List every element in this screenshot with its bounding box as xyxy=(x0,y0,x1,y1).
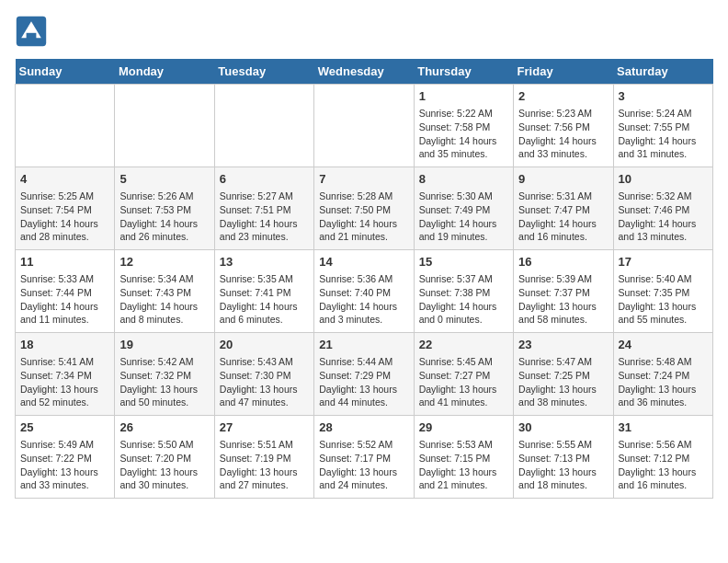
calendar-cell: 4Sunrise: 5:25 AM Sunset: 7:54 PM Daylig… xyxy=(16,167,115,250)
calendar-cell: 8Sunrise: 5:30 AM Sunset: 7:49 PM Daylig… xyxy=(414,167,513,250)
day-info: Sunrise: 5:51 AM Sunset: 7:19 PM Dayligh… xyxy=(220,438,309,492)
day-info: Sunrise: 5:33 AM Sunset: 7:44 PM Dayligh… xyxy=(20,272,109,327)
day-info: Sunrise: 5:41 AM Sunset: 7:34 PM Dayligh… xyxy=(20,355,109,409)
day-info: Sunrise: 5:25 AM Sunset: 7:54 PM Dayligh… xyxy=(20,190,109,244)
day-number: 22 xyxy=(419,337,508,353)
calendar-cell: 21Sunrise: 5:44 AM Sunset: 7:29 PM Dayli… xyxy=(314,333,414,416)
day-number: 21 xyxy=(319,337,408,353)
calendar-cell: 23Sunrise: 5:47 AM Sunset: 7:25 PM Dayli… xyxy=(514,333,613,416)
day-number: 27 xyxy=(220,419,309,436)
day-info: Sunrise: 5:37 AM Sunset: 7:38 PM Dayligh… xyxy=(419,272,508,327)
day-info: Sunrise: 5:50 AM Sunset: 7:20 PM Dayligh… xyxy=(119,438,209,492)
calendar-cell xyxy=(115,85,214,167)
weekday-header: Friday xyxy=(514,59,613,85)
calendar-cell: 2Sunrise: 5:23 AM Sunset: 7:56 PM Daylig… xyxy=(514,85,613,167)
calendar-week-row: 18Sunrise: 5:41 AM Sunset: 7:34 PM Dayli… xyxy=(16,333,713,416)
calendar-cell: 29Sunrise: 5:53 AM Sunset: 7:15 PM Dayli… xyxy=(414,416,513,499)
day-number: 28 xyxy=(319,419,408,436)
calendar-cell: 10Sunrise: 5:32 AM Sunset: 7:46 PM Dayli… xyxy=(613,167,712,250)
day-info: Sunrise: 5:24 AM Sunset: 7:55 PM Dayligh… xyxy=(619,107,708,161)
calendar-cell: 28Sunrise: 5:52 AM Sunset: 7:17 PM Dayli… xyxy=(314,416,414,499)
weekday-header-row: SundayMondayTuesdayWednesdayThursdayFrid… xyxy=(16,59,713,85)
day-info: Sunrise: 5:28 AM Sunset: 7:50 PM Dayligh… xyxy=(319,190,408,244)
calendar-cell: 13Sunrise: 5:35 AM Sunset: 7:41 PM Dayli… xyxy=(214,250,313,333)
day-info: Sunrise: 5:26 AM Sunset: 7:53 PM Dayligh… xyxy=(119,190,209,244)
day-number: 31 xyxy=(619,419,708,436)
calendar-cell: 5Sunrise: 5:26 AM Sunset: 7:53 PM Daylig… xyxy=(115,167,214,250)
calendar-cell: 7Sunrise: 5:28 AM Sunset: 7:50 PM Daylig… xyxy=(314,167,414,250)
calendar-cell: 14Sunrise: 5:36 AM Sunset: 7:40 PM Dayli… xyxy=(314,250,414,333)
calendar-week-row: 1Sunrise: 5:22 AM Sunset: 7:58 PM Daylig… xyxy=(16,85,713,167)
calendar-cell: 12Sunrise: 5:34 AM Sunset: 7:43 PM Dayli… xyxy=(115,250,214,333)
calendar-week-row: 4Sunrise: 5:25 AM Sunset: 7:54 PM Daylig… xyxy=(16,167,713,250)
calendar-cell: 16Sunrise: 5:39 AM Sunset: 7:37 PM Dayli… xyxy=(514,250,613,333)
day-number: 3 xyxy=(619,88,708,105)
svg-rect-2 xyxy=(27,33,37,40)
day-info: Sunrise: 5:49 AM Sunset: 7:22 PM Dayligh… xyxy=(20,438,109,492)
day-info: Sunrise: 5:53 AM Sunset: 7:15 PM Dayligh… xyxy=(419,438,508,492)
day-info: Sunrise: 5:30 AM Sunset: 7:49 PM Dayligh… xyxy=(419,190,508,244)
day-number: 7 xyxy=(319,171,408,188)
day-number: 18 xyxy=(20,337,109,353)
day-info: Sunrise: 5:55 AM Sunset: 7:13 PM Dayligh… xyxy=(518,438,608,492)
day-info: Sunrise: 5:36 AM Sunset: 7:40 PM Dayligh… xyxy=(319,272,408,327)
day-number: 6 xyxy=(220,171,309,188)
day-info: Sunrise: 5:39 AM Sunset: 7:37 PM Dayligh… xyxy=(518,272,608,327)
calendar-cell: 9Sunrise: 5:31 AM Sunset: 7:47 PM Daylig… xyxy=(514,167,613,250)
calendar-cell: 17Sunrise: 5:40 AM Sunset: 7:35 PM Dayli… xyxy=(613,250,712,333)
page-header xyxy=(15,15,713,48)
day-number: 9 xyxy=(518,171,608,188)
day-number: 20 xyxy=(220,337,309,353)
logo-icon xyxy=(15,15,48,48)
calendar-table: SundayMondayTuesdayWednesdayThursdayFrid… xyxy=(15,59,713,499)
calendar-cell: 15Sunrise: 5:37 AM Sunset: 7:38 PM Dayli… xyxy=(414,250,513,333)
calendar-cell: 27Sunrise: 5:51 AM Sunset: 7:19 PM Dayli… xyxy=(214,416,313,499)
day-info: Sunrise: 5:47 AM Sunset: 7:25 PM Dayligh… xyxy=(518,355,608,409)
day-info: Sunrise: 5:27 AM Sunset: 7:51 PM Dayligh… xyxy=(220,190,309,244)
day-number: 26 xyxy=(119,419,209,436)
weekday-header: Wednesday xyxy=(314,59,414,85)
day-info: Sunrise: 5:45 AM Sunset: 7:27 PM Dayligh… xyxy=(419,355,508,409)
day-info: Sunrise: 5:31 AM Sunset: 7:47 PM Dayligh… xyxy=(518,190,608,244)
day-info: Sunrise: 5:40 AM Sunset: 7:35 PM Dayligh… xyxy=(619,272,708,327)
day-number: 5 xyxy=(119,171,209,188)
weekday-header: Saturday xyxy=(613,59,712,85)
day-number: 19 xyxy=(119,337,209,353)
day-info: Sunrise: 5:23 AM Sunset: 7:56 PM Dayligh… xyxy=(518,107,608,161)
day-info: Sunrise: 5:34 AM Sunset: 7:43 PM Dayligh… xyxy=(119,272,209,327)
calendar-cell: 18Sunrise: 5:41 AM Sunset: 7:34 PM Dayli… xyxy=(16,333,115,416)
day-info: Sunrise: 5:35 AM Sunset: 7:41 PM Dayligh… xyxy=(220,272,309,327)
calendar-cell: 1Sunrise: 5:22 AM Sunset: 7:58 PM Daylig… xyxy=(414,85,513,167)
calendar-cell: 25Sunrise: 5:49 AM Sunset: 7:22 PM Dayli… xyxy=(16,416,115,499)
day-info: Sunrise: 5:22 AM Sunset: 7:58 PM Dayligh… xyxy=(419,107,508,161)
day-number: 12 xyxy=(119,254,209,270)
day-number: 4 xyxy=(20,171,109,188)
day-number: 8 xyxy=(419,171,508,188)
day-number: 17 xyxy=(619,254,708,270)
day-info: Sunrise: 5:44 AM Sunset: 7:29 PM Dayligh… xyxy=(319,355,408,409)
day-info: Sunrise: 5:52 AM Sunset: 7:17 PM Dayligh… xyxy=(319,438,408,492)
calendar-cell xyxy=(214,85,313,167)
day-number: 2 xyxy=(518,88,608,105)
calendar-cell: 26Sunrise: 5:50 AM Sunset: 7:20 PM Dayli… xyxy=(115,416,214,499)
weekday-header: Tuesday xyxy=(214,59,313,85)
calendar-cell: 19Sunrise: 5:42 AM Sunset: 7:32 PM Dayli… xyxy=(115,333,214,416)
logo xyxy=(15,15,53,48)
calendar-cell: 6Sunrise: 5:27 AM Sunset: 7:51 PM Daylig… xyxy=(214,167,313,250)
day-info: Sunrise: 5:42 AM Sunset: 7:32 PM Dayligh… xyxy=(119,355,209,409)
day-number: 23 xyxy=(518,337,608,353)
calendar-cell: 30Sunrise: 5:55 AM Sunset: 7:13 PM Dayli… xyxy=(514,416,613,499)
day-number: 16 xyxy=(518,254,608,270)
weekday-header: Thursday xyxy=(414,59,513,85)
weekday-header: Sunday xyxy=(16,59,115,85)
calendar-cell: 22Sunrise: 5:45 AM Sunset: 7:27 PM Dayli… xyxy=(414,333,513,416)
calendar-cell: 11Sunrise: 5:33 AM Sunset: 7:44 PM Dayli… xyxy=(16,250,115,333)
calendar-cell: 3Sunrise: 5:24 AM Sunset: 7:55 PM Daylig… xyxy=(613,85,712,167)
calendar-cell xyxy=(314,85,414,167)
day-number: 1 xyxy=(419,88,508,105)
day-info: Sunrise: 5:43 AM Sunset: 7:30 PM Dayligh… xyxy=(220,355,309,409)
calendar-week-row: 25Sunrise: 5:49 AM Sunset: 7:22 PM Dayli… xyxy=(16,416,713,499)
calendar-cell: 24Sunrise: 5:48 AM Sunset: 7:24 PM Dayli… xyxy=(613,333,712,416)
day-info: Sunrise: 5:32 AM Sunset: 7:46 PM Dayligh… xyxy=(619,190,708,244)
day-info: Sunrise: 5:48 AM Sunset: 7:24 PM Dayligh… xyxy=(619,355,708,409)
